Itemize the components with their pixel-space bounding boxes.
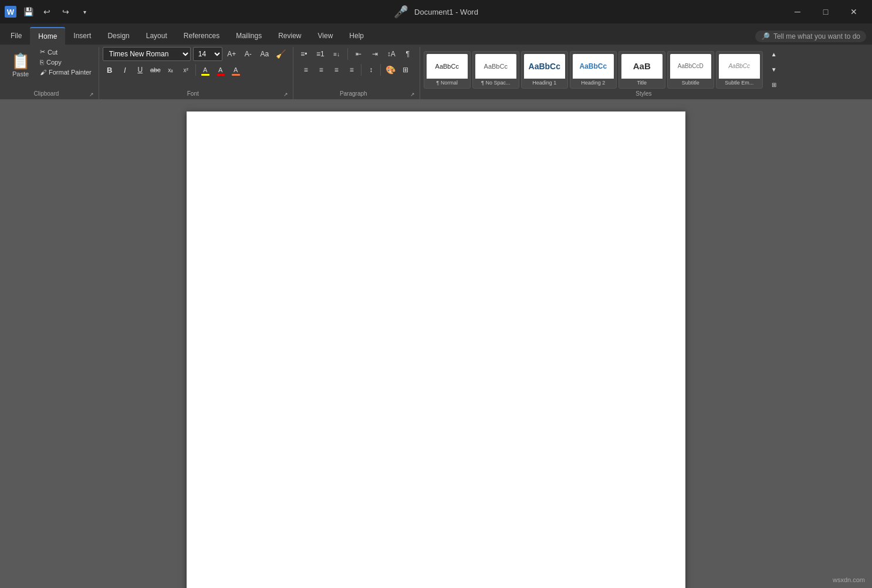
style-subtitle[interactable]: AaBbCcD Subtitle	[667, 51, 714, 89]
style-normal-label: ¶ Normal	[437, 80, 458, 86]
style-title-preview: AaB	[621, 54, 663, 79]
minimize-button[interactable]: ─	[784, 2, 811, 21]
font-group: Times New Roman Arial Calibri 8 10 11 12…	[100, 47, 293, 99]
clear-formatting-button[interactable]: 🧹	[274, 47, 288, 61]
subscript-button[interactable]: x₂	[164, 63, 178, 77]
font-group-label: Font	[103, 90, 283, 98]
tab-home[interactable]: Home	[30, 27, 65, 45]
decrease-indent-button[interactable]: ⇤	[351, 47, 366, 61]
styles-scroll-down[interactable]: ▼	[767, 63, 781, 77]
style-subtle[interactable]: AaBbCc Subtle Em...	[716, 51, 763, 89]
tab-help[interactable]: Help	[341, 27, 372, 45]
ribbon-search[interactable]: 🔎 Tell me what you want to do	[755, 31, 866, 42]
styles-scroll-buttons: ▲ ▼ ⊞	[767, 48, 781, 90]
align-center-button[interactable]: ≡	[314, 63, 328, 77]
close-button[interactable]: ✕	[840, 2, 867, 21]
title-bar: W 💾 ↩ ↪ ▾ 🎤 Document1 - Word ─ □ ✕	[0, 0, 872, 23]
decrease-font-size-button[interactable]: A-	[241, 47, 255, 61]
numbering-button[interactable]: ≡1	[313, 47, 327, 61]
style-h1-label: Heading 1	[532, 80, 556, 86]
tab-review[interactable]: Review	[270, 27, 309, 45]
text-effects-icon: A	[234, 66, 238, 73]
bold-button[interactable]: B	[103, 63, 117, 77]
watermark: wsxdn.com	[833, 576, 865, 583]
justify-button[interactable]: ≡	[344, 63, 359, 77]
clipboard-expand-icon[interactable]: ↗	[89, 92, 94, 97]
app-icon: W	[5, 6, 16, 18]
style-heading2[interactable]: AaBbCc Heading 2	[570, 51, 617, 89]
font-color-icon: A	[218, 66, 222, 73]
highlight-icon: A	[203, 66, 207, 73]
clipboard-group: 📋 Paste ✂ Cut ⎘ Copy 🖌 Format Painter	[4, 47, 99, 99]
save-button[interactable]: 💾	[20, 4, 36, 20]
styles-footer: Styles	[424, 90, 864, 98]
quick-access-toolbar: 💾 ↩ ↪ ▾	[20, 4, 93, 20]
italic-button[interactable]: I	[118, 63, 132, 77]
paste-icon: 📋	[11, 52, 30, 70]
style-nospace[interactable]: AaBbCc ¶ No Spac...	[472, 51, 519, 89]
paste-button[interactable]: 📋 Paste	[6, 47, 35, 82]
search-placeholder: Tell me what you want to do	[773, 32, 860, 40]
superscript-button[interactable]: x²	[179, 63, 193, 77]
style-subtitle-preview: AaBbCcD	[670, 54, 711, 79]
cut-button[interactable]: ✂ Cut	[38, 47, 94, 57]
style-heading1[interactable]: AaBbCc Heading 1	[521, 51, 568, 89]
clipboard-footer: Clipboard ↗	[6, 90, 94, 98]
align-right-button[interactable]: ≡	[329, 63, 343, 77]
paragraph-group-label: Paragraph	[297, 90, 410, 98]
borders-button[interactable]: ⊞	[398, 63, 413, 77]
font-size-select[interactable]: 8 10 11 12 14 16 18 24 36 48 72	[193, 47, 222, 61]
styles-group: AaBbCc ¶ Normal AaBbCc ¶ No Spac... AaBb…	[421, 47, 868, 99]
styles-group-label: Styles	[424, 90, 864, 98]
mic-icon[interactable]: 🎤	[394, 5, 408, 19]
shading-button[interactable]: 🎨	[383, 63, 397, 77]
font-expand-icon[interactable]: ↗	[283, 92, 288, 97]
underline-button[interactable]: U	[133, 63, 147, 77]
style-nospace-label: ¶ No Spac...	[481, 80, 510, 86]
window-controls: ─ □ ✕	[784, 2, 867, 21]
strikethrough-button[interactable]: abc	[148, 63, 163, 77]
font-content: Times New Roman Arial Calibri 8 10 11 12…	[103, 47, 288, 90]
font-color-button[interactable]: A	[214, 63, 228, 77]
maximize-button[interactable]: □	[812, 2, 839, 21]
align-left-button[interactable]: ≡	[299, 63, 313, 77]
tab-layout[interactable]: Layout	[138, 27, 175, 45]
text-highlight-color-button[interactable]: A	[198, 63, 212, 77]
paragraph-expand-icon[interactable]: ↗	[410, 92, 415, 97]
tab-mailings[interactable]: Mailings	[228, 27, 270, 45]
style-normal-preview: AaBbCc	[427, 54, 468, 79]
increase-indent-button[interactable]: ⇥	[368, 47, 382, 61]
increase-font-size-button[interactable]: A+	[225, 47, 239, 61]
font-case-button[interactable]: Aa	[258, 47, 272, 61]
redo-button[interactable]: ↪	[58, 4, 74, 20]
document-area	[0, 100, 872, 588]
clipboard-group-label: Clipboard	[6, 90, 87, 98]
tab-file[interactable]: File	[2, 27, 30, 45]
format-painter-button[interactable]: 🖌 Format Painter	[38, 67, 94, 77]
tab-insert[interactable]: Insert	[65, 27, 99, 45]
font-footer: Font ↗	[103, 90, 288, 98]
show-formatting-button[interactable]: ¶	[401, 47, 415, 61]
title-bar-left: W 💾 ↩ ↪ ▾	[5, 4, 93, 20]
style-title[interactable]: AaB Title	[618, 51, 665, 89]
paragraph-content: ≡• ≡1 ≡↓ ⇤ ⇥ ↕A ¶ ≡ ≡ ≡ ≡ ↕ 🎨 ⊞	[297, 47, 415, 90]
line-spacing-button[interactable]: ↕	[364, 63, 378, 77]
styles-more[interactable]: ⊞	[767, 78, 781, 90]
alignment-row: ≡ ≡ ≡ ≡ ↕ 🎨 ⊞	[299, 63, 413, 77]
style-normal[interactable]: AaBbCc ¶ Normal	[424, 51, 471, 89]
tab-view[interactable]: View	[310, 27, 342, 45]
copy-button[interactable]: ⎘ Copy	[38, 58, 94, 67]
styles-scroll-up[interactable]: ▲	[767, 48, 781, 62]
font-family-select[interactable]: Times New Roman Arial Calibri	[103, 47, 191, 61]
undo-button[interactable]: ↩	[39, 4, 55, 20]
document-page[interactable]	[187, 111, 685, 588]
tab-references[interactable]: References	[175, 27, 228, 45]
bullets-button[interactable]: ≡•	[297, 47, 311, 61]
multilevel-list-button[interactable]: ≡↓	[330, 47, 344, 61]
sort-button[interactable]: ↕A	[384, 47, 398, 61]
style-subtle-label: Subtle Em...	[725, 80, 753, 86]
text-effects-button[interactable]: A	[229, 63, 243, 77]
style-h2-preview: AaBbCc	[573, 54, 614, 79]
customize-quick-access-button[interactable]: ▾	[76, 4, 93, 20]
tab-design[interactable]: Design	[99, 27, 137, 45]
